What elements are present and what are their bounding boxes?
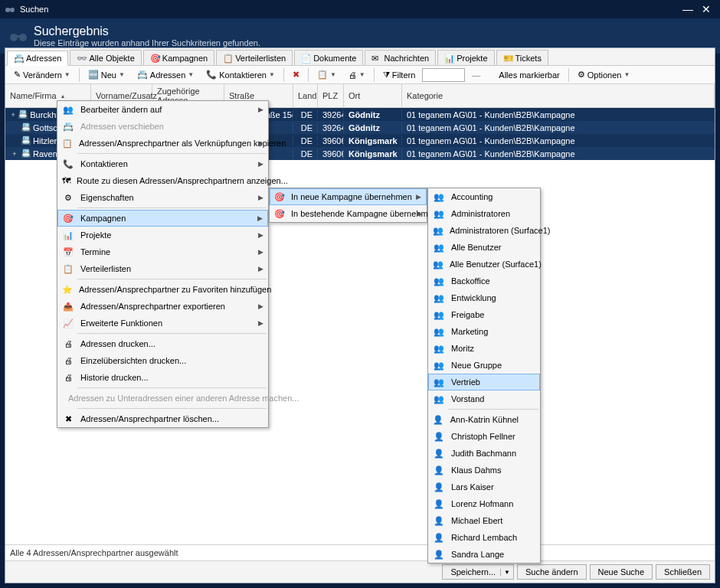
copy-button[interactable]: 📋▼ xyxy=(312,67,342,82)
print-button[interactable]: 🖨▼ xyxy=(343,68,371,82)
menu-item[interactable]: 📈Erweiterte Funktionen▶ xyxy=(57,315,268,332)
menu-item[interactable]: ✖Adressen/Ansprechpartner löschen... xyxy=(57,410,268,427)
menu-separator xyxy=(77,387,267,388)
menu-item[interactable]: 👥Moritz xyxy=(428,340,540,357)
menu-item[interactable]: 👤Lorenz Hofmann xyxy=(428,495,540,512)
project-icon: 📊 xyxy=(444,54,453,63)
row-icon: 📇 xyxy=(21,136,31,145)
contact-button[interactable]: 📞Kontaktieren▼ xyxy=(201,67,280,82)
menu-item[interactable]: 👥Neue Gruppe xyxy=(428,357,540,374)
menu-item[interactable]: 👤Judith Bachmann xyxy=(428,445,540,462)
menu-item[interactable]: 🖨Einzelübersichten drucken... xyxy=(57,352,268,369)
menu-item[interactable]: 📋Verteilerlisten▶ xyxy=(57,260,268,277)
menu-item[interactable]: 🎯In neue Kampagne übernehmen▶ xyxy=(270,188,427,205)
menu-item[interactable]: 👥Alle Benutzer xyxy=(428,239,540,256)
menu-item[interactable]: 👤Sandra Lange xyxy=(428,546,540,563)
menu-item[interactable]: 🖨Adressen drucken... xyxy=(57,335,268,352)
filter-icon: ⧩ xyxy=(383,70,390,80)
tab-kampagnen[interactable]: 🎯Kampagnen xyxy=(143,50,214,65)
clear-filter-button[interactable]: — xyxy=(466,68,486,82)
menu-item[interactable]: 🗺Route zu diesen Adressen/Ansprechpartne… xyxy=(57,172,268,189)
menu-item[interactable]: 🎯In bestehende Kampagne übernehmen▶ xyxy=(270,205,427,222)
tab-projekte[interactable]: 📊Projekte xyxy=(437,50,494,65)
menu-item[interactable]: 📊Projekte▶ xyxy=(57,227,268,243)
menu-item[interactable]: 👥Administratoren xyxy=(428,205,540,222)
new-button[interactable]: 🆕Neu▼ xyxy=(83,67,130,82)
save-button[interactable]: Speichern...▼ xyxy=(442,564,514,580)
menu-item[interactable]: 📞Kontaktieren▶ xyxy=(57,155,268,172)
menu-label: Adressen/Ansprechpartner zu Favoriten hi… xyxy=(79,285,271,294)
options-button[interactable]: ⚙Optionen▼ xyxy=(572,67,636,82)
tab-dokumente[interactable]: 📄Dokumente xyxy=(294,50,363,65)
menu-item[interactable]: 👥Entwicklung xyxy=(428,289,540,306)
tab-alle-objekte[interactable]: 👓Alle Objekte xyxy=(70,50,141,65)
filter-button[interactable]: ⧩Filtern xyxy=(378,67,421,82)
menu-item[interactable]: 👥Marketing xyxy=(428,323,540,340)
expand-icon[interactable] xyxy=(10,124,19,132)
menu-item[interactable]: 📅Termine▶ xyxy=(57,243,268,260)
menu-label: Kampagnen xyxy=(80,214,126,223)
menu-item[interactable]: 👤Klaus Dahms xyxy=(428,462,540,479)
menu-item[interactable]: ⭐Adressen/Ansprechpartner zu Favoriten h… xyxy=(57,281,268,298)
col-plz[interactable]: PLZ xyxy=(318,84,344,107)
menu-item[interactable]: 👥Freigabe xyxy=(428,306,540,323)
col-kategorie[interactable]: Kategorie xyxy=(402,84,715,107)
binoculars-large-icon xyxy=(9,29,28,43)
menu-item[interactable]: 👤Michael Ebert xyxy=(428,512,540,529)
menu-label: Adressen/Ansprechpartner als Verknüpfung… xyxy=(79,139,286,148)
separator xyxy=(568,68,569,82)
menu-item[interactable]: 👥Alle Benutzer (Surface1) xyxy=(428,256,540,273)
close-button[interactable]: ✕ xyxy=(697,3,715,15)
menu-icon: 📈 xyxy=(62,317,74,329)
menu-icon: 🎯 xyxy=(274,207,285,220)
close-button[interactable]: Schließen xyxy=(656,564,710,580)
menu-item[interactable]: 👥Accounting xyxy=(428,188,540,205)
col-ort[interactable]: Ort xyxy=(344,84,402,107)
tab-verteilerlisten[interactable]: 📋Verteilerlisten xyxy=(216,50,293,65)
menu-icon: 📇 xyxy=(62,120,74,132)
menu-item[interactable]: 👥Vertrieb xyxy=(428,374,540,390)
menu-label: Entwicklung xyxy=(451,293,496,302)
menu-item[interactable]: 👤Ann-Katrin Kühnel xyxy=(428,411,540,428)
expand-icon[interactable] xyxy=(10,137,19,145)
menu-item[interactable]: 👤Richard Lembach xyxy=(428,529,540,546)
change-search-button[interactable]: Suche ändern xyxy=(517,564,587,580)
menu-item[interactable]: 👤Christoph Fellner xyxy=(428,428,540,445)
cell-land: DE xyxy=(293,109,318,120)
delete-button[interactable]: ✖ xyxy=(287,67,305,82)
menu-item[interactable]: 🖨Historie drucken... xyxy=(57,369,268,386)
banner-subtitle: Diese Einträge wurden anhand Ihrer Suchk… xyxy=(34,38,260,47)
delete-icon: ✖ xyxy=(293,70,299,80)
menu-item[interactable]: 👥Vorstand xyxy=(428,390,540,407)
tab-adressen[interactable]: 📇Adressen xyxy=(7,51,68,66)
addresses-button[interactable]: 📇Adressen▼ xyxy=(132,67,199,82)
menu-label: Richard Lembach xyxy=(451,533,517,542)
minimize-button[interactable]: — xyxy=(679,3,697,15)
banner-heading: Suchergebnis xyxy=(34,24,260,38)
gear-icon: ⚙ xyxy=(578,70,585,80)
mark-all-button[interactable]: Alles markierbar xyxy=(493,68,565,82)
menu-item[interactable]: 👥Administratoren (Surface1) xyxy=(428,222,540,239)
expand-icon[interactable]: + xyxy=(10,111,16,119)
tab-nachrichten[interactable]: ✉Nachrichten xyxy=(365,50,436,65)
menu-item[interactable]: 🎯Kampagnen▶ xyxy=(57,210,268,227)
col-land[interactable]: Land xyxy=(293,84,318,107)
menu-item[interactable]: 👤Lars Kaiser xyxy=(428,479,540,495)
menu-label: In bestehende Kampagne übernehmen xyxy=(291,209,437,218)
menu-item[interactable]: ⚙Eigenschaften▶ xyxy=(57,189,268,206)
new-search-button[interactable]: Neue Suche xyxy=(590,564,653,580)
expand-icon[interactable]: + xyxy=(10,150,19,158)
menu-item[interactable]: 👥Backoffice xyxy=(428,273,540,289)
tab-tickets[interactable]: 🎫Tickets xyxy=(496,50,548,65)
menu-label: Backoffice xyxy=(451,276,490,286)
menu-item[interactable]: 👥Bearbeiter ändern auf▶ xyxy=(57,101,268,118)
filter-input[interactable] xyxy=(422,68,465,82)
menu-item[interactable]: 📤Adressen/Ansprechpartner exportieren▶ xyxy=(57,298,268,315)
menu-label: Projekte xyxy=(80,230,111,240)
menu-label: Moritz xyxy=(451,344,474,353)
menu-label: Michael Ebert xyxy=(451,516,502,525)
footer: Speichern...▼ Suche ändern Neue Suche Sc… xyxy=(5,560,715,583)
edit-button[interactable]: ✎Verändern▼ xyxy=(8,67,76,82)
menu-separator xyxy=(77,153,267,154)
menu-item[interactable]: 📋Adressen/Ansprechpartner als Verknüpfun… xyxy=(57,135,268,152)
